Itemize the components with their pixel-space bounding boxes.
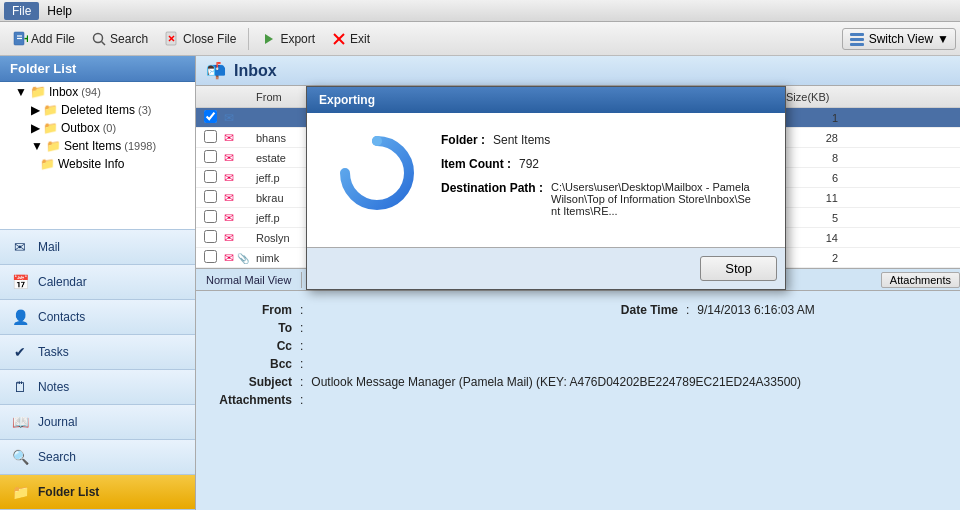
row-checkbox[interactable] — [204, 150, 217, 163]
export-destination-row: Destination Path : C:\Users\user\Desktop… — [441, 181, 755, 217]
email-type-icon: ✉ — [224, 171, 252, 185]
tree-item-deleted[interactable]: ▶ 📁 Deleted Items (3) — [0, 101, 195, 119]
inbox-icon: 📬 — [206, 61, 226, 80]
exit-icon — [331, 31, 347, 47]
attachments-detail-label: Attachments — [212, 393, 292, 407]
email-detail: From : To : Cc : Bcc — [196, 291, 960, 510]
sidebar-item-folder-list[interactable]: 📁 Folder List — [0, 474, 195, 510]
from-label: From — [212, 303, 292, 317]
sidebar-item-contacts[interactable]: 👤 Contacts — [0, 299, 195, 335]
outbox-count: (0) — [103, 122, 116, 134]
deleted-count: (3) — [138, 104, 151, 116]
nav-items: ✉ Mail 📅 Calendar 👤 Contacts ✔ Tasks 🗒 N… — [0, 230, 195, 510]
close-file-label: Close File — [183, 32, 236, 46]
mail-icon: ✉ — [10, 237, 30, 257]
toolbar: + Add File Search Close File Export Exit… — [0, 22, 960, 56]
attachments-row: Attachments : — [212, 391, 944, 409]
row-checkbox[interactable] — [204, 210, 217, 223]
switch-view-button[interactable]: Switch View ▼ — [842, 28, 956, 50]
deleted-label: Deleted Items — [61, 103, 135, 117]
tree-item-sent[interactable]: ▼ 📁 Sent Items (1998) — [0, 137, 195, 155]
export-dialog-title: Exporting — [319, 93, 375, 107]
sidebar-item-notes[interactable]: 🗒 Notes — [0, 369, 195, 405]
col-size-header[interactable]: Size(KB) — [782, 89, 842, 105]
folder-icon: 📁 — [30, 84, 46, 99]
export-dialog-footer: Stop — [307, 247, 785, 289]
inbox-count: (94) — [81, 86, 101, 98]
sidebar-item-journal[interactable]: 📖 Journal — [0, 404, 195, 440]
datetime-value: 9/14/2013 6:16:03 AM — [697, 303, 814, 317]
search-button[interactable]: Search — [83, 28, 156, 50]
export-button[interactable]: Export — [253, 28, 323, 50]
file-menu[interactable]: File — [4, 2, 39, 20]
sidebar-item-mail[interactable]: ✉ Mail — [0, 229, 195, 265]
tab-normal-mail-view[interactable]: Normal Mail View — [196, 272, 302, 288]
row-checkbox[interactable] — [204, 190, 217, 203]
sidebar-item-search[interactable]: 🔍 Search — [0, 439, 195, 475]
email-size: 11 — [782, 190, 842, 206]
email-type-icon: ✉ — [224, 191, 252, 205]
inbox-header: 📬 Inbox — [196, 56, 960, 86]
inbox-label: Inbox — [49, 85, 78, 99]
svg-point-15 — [372, 136, 382, 146]
row-checkbox[interactable] — [204, 130, 217, 143]
export-spinner — [337, 133, 417, 213]
bcc-row: Bcc : — [212, 355, 558, 373]
to-row: To : — [212, 319, 558, 337]
search-nav-icon: 🔍 — [10, 447, 30, 467]
outbox-icon: 📁 — [43, 121, 58, 135]
email-size: 6 — [782, 170, 842, 186]
stop-button[interactable]: Stop — [700, 256, 777, 281]
switch-view-icon — [849, 31, 865, 47]
export-destination-label: Destination Path : — [441, 181, 543, 195]
folder-tree[interactable]: ▼ 📁 Inbox (94) ▶ 📁 Deleted Items (3) — [0, 82, 195, 230]
exit-button[interactable]: Exit — [323, 28, 378, 50]
tree-item-website[interactable]: 📁 Website Info — [0, 155, 195, 173]
cc-label: Cc — [212, 339, 292, 353]
svg-rect-12 — [850, 33, 864, 36]
notes-label: Notes — [38, 380, 69, 394]
email-size: 1 — [782, 110, 842, 126]
email-size: 28 — [782, 130, 842, 146]
cc-row: Cc : — [212, 337, 558, 355]
calendar-icon: 📅 — [10, 272, 30, 292]
tasks-icon: ✔ — [10, 342, 30, 362]
export-count-value: 792 — [519, 157, 539, 171]
row-checkbox[interactable] — [204, 170, 217, 183]
close-file-button[interactable]: Close File — [156, 28, 244, 50]
tree-item-inbox[interactable]: ▼ 📁 Inbox (94) — [0, 82, 195, 101]
sidebar: Folder List ▼ 📁 Inbox (94) ▶ 📁 Deleted I… — [0, 56, 196, 510]
inbox-title: Inbox — [234, 62, 277, 80]
exit-label: Exit — [350, 32, 370, 46]
search-nav-label: Search — [38, 450, 76, 464]
deleted-folder-icon: 📁 — [43, 103, 58, 117]
search-label: Search — [110, 32, 148, 46]
expand-icon: ▼ — [15, 85, 27, 99]
row-checkbox[interactable] — [204, 250, 217, 263]
sent-count: (1998) — [124, 140, 156, 152]
mail-label: Mail — [38, 240, 60, 254]
export-dialog: Exporting — [306, 86, 786, 290]
subject-label: Subject — [212, 375, 292, 389]
to-label: To — [212, 321, 292, 335]
export-info: Folder : Sent Items Item Count : 792 Des… — [441, 133, 755, 227]
row-checkbox[interactable] — [204, 110, 217, 123]
sidebar-item-tasks[interactable]: ✔ Tasks — [0, 334, 195, 370]
add-file-button[interactable]: + Add File — [4, 28, 83, 50]
title-bar: File Help — [0, 0, 960, 22]
attachments-button[interactable]: Attachments — [881, 272, 960, 288]
switch-view-label: Switch View — [869, 32, 933, 46]
switch-view-arrow: ▼ — [937, 32, 949, 46]
row-checkbox[interactable] — [204, 230, 217, 243]
help-menu[interactable]: Help — [39, 2, 80, 20]
datetime-label: Date Time — [598, 303, 678, 317]
sidebar-item-calendar[interactable]: 📅 Calendar — [0, 264, 195, 300]
datetime-row: Date Time : 9/14/2013 6:16:03 AM — [598, 301, 944, 319]
export-folder-value: Sent Items — [493, 133, 550, 147]
tree-item-outbox[interactable]: ▶ 📁 Outbox (0) — [0, 119, 195, 137]
journal-label: Journal — [38, 415, 77, 429]
folder-list-nav-label: Folder List — [38, 485, 99, 499]
email-type-icon: ✉ — [224, 111, 252, 125]
expand-icon-deleted: ▶ — [31, 103, 40, 117]
svg-rect-13 — [850, 38, 864, 41]
